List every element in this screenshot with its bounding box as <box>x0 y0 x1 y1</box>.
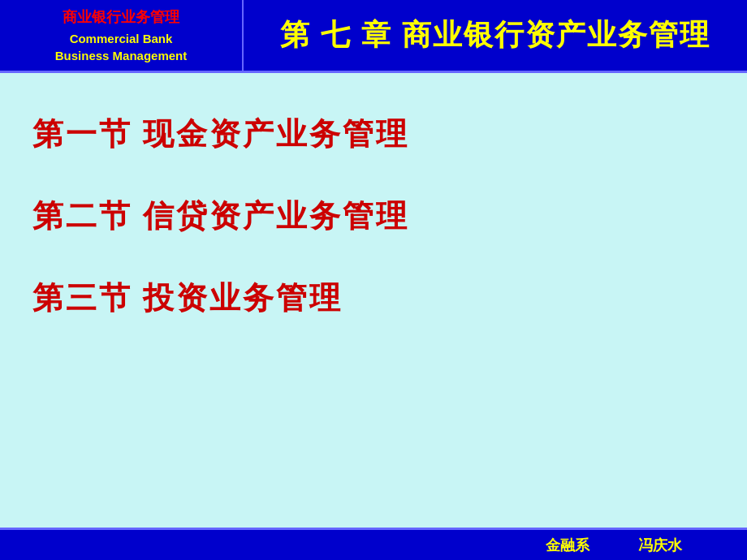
section-label-3: 第三节 投资业务管理 <box>32 278 343 319</box>
section-item-3: 第三节 投资业务管理 <box>32 261 715 335</box>
section-item-2: 第二节 信贷资产业务管理 <box>32 179 715 253</box>
section-label-1: 第一节 现金资产业务管理 <box>32 114 409 155</box>
header-left: 商业银行业务管理 Commercial Bank Business Manage… <box>0 0 244 71</box>
header: 商业银行业务管理 Commercial Bank Business Manage… <box>0 0 747 73</box>
header-right: 第 七 章 商业银行资产业务管理 <box>244 0 747 71</box>
main-content: 第一节 现金资产业务管理 第二节 信贷资产业务管理 第三节 投资业务管理 <box>0 73 747 528</box>
en-title-line1: Commercial Bank <box>70 32 173 45</box>
footer-author: 冯庆水 <box>638 536 682 555</box>
en-title-line2: Business Management <box>55 49 188 62</box>
section-label-2: 第二节 信贷资产业务管理 <box>32 196 409 237</box>
footer-department: 金融系 <box>546 536 589 555</box>
cn-title: 商业银行业务管理 <box>63 7 179 27</box>
chapter-title: 第 七 章 商业银行资产业务管理 <box>280 15 710 55</box>
section-item-1: 第一节 现金资产业务管理 <box>32 97 715 171</box>
en-title: Commercial Bank Business Management <box>55 30 188 64</box>
slide-container: 商业银行业务管理 Commercial Bank Business Manage… <box>0 0 747 560</box>
footer: 金融系 冯庆水 <box>0 528 747 560</box>
